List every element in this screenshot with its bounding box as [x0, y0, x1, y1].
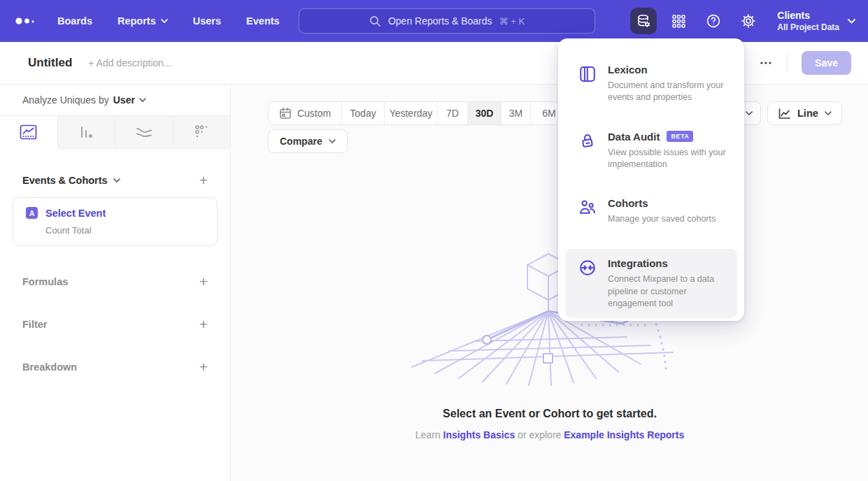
nav-item-events[interactable]: Events [246, 15, 280, 27]
analyze-by-dropdown[interactable]: User [113, 94, 146, 106]
mixpanel-logo-icon[interactable] [14, 14, 38, 28]
menu-item-title: Cohorts [608, 197, 648, 209]
section-label: Events & Cohorts [22, 175, 108, 186]
tab-bar-chart[interactable] [57, 116, 115, 149]
events-cohorts-header[interactable]: Events & Cohorts [22, 175, 120, 186]
formulas-section: Formulas + [0, 274, 230, 289]
menu-item-description: Manage your saved cohorts [608, 213, 716, 225]
tab-flow-chart[interactable] [115, 116, 173, 149]
analyze-row: Analyze Uniques by User [0, 85, 230, 116]
metrics-grid-icon [194, 124, 209, 140]
compare-dropdown-button[interactable]: Compare [268, 129, 348, 153]
search-placeholder: Open Reports & Boards [388, 15, 492, 27]
divider [787, 55, 788, 71]
query-builder-sidebar: Analyze Uniques by User [0, 85, 231, 481]
events-cohorts-section: Events & Cohorts + [0, 173, 230, 187]
menu-item-title: Lexicon [608, 64, 648, 76]
menu-item-description: Document and transform your events and p… [608, 80, 730, 104]
seg-label: 30D [476, 108, 494, 119]
line-chart-icon [778, 108, 791, 120]
data-audit-lock-icon [578, 132, 597, 150]
compare-label: Compare [280, 136, 322, 147]
empty-state-title: Select an Event or Cohort to get started… [232, 408, 868, 420]
help-button[interactable] [700, 8, 727, 34]
nav-item-boards[interactable]: Boards [57, 15, 92, 27]
chevron-down-icon [113, 178, 120, 182]
flow-chart-icon [135, 125, 153, 139]
insights-basics-link[interactable]: Insights Basics [443, 429, 515, 440]
nav-label: Users [193, 15, 221, 27]
date-range-7d[interactable]: 7D [437, 102, 467, 124]
date-range-3m[interactable]: 3M [501, 102, 530, 124]
project-scope: All Project Data [777, 22, 839, 32]
formulas-header: Formulas [22, 276, 68, 287]
subtitle-text: Learn [415, 429, 441, 440]
menu-item-title: Integrations [608, 257, 668, 269]
menu-item-lexicon[interactable]: Lexicon Document and transform your even… [565, 55, 737, 113]
database-gear-icon [636, 13, 652, 29]
menu-item-data-audit[interactable]: Data Audit BETA View possible issues wit… [565, 122, 737, 180]
nav-item-reports[interactable]: Reports [118, 15, 168, 27]
global-search-input[interactable]: Open Reports & Boards ⌘ + K [299, 8, 595, 34]
date-range-today[interactable]: Today [341, 102, 384, 124]
chevron-down-icon [329, 139, 336, 143]
visualization-tabs [0, 116, 230, 149]
help-icon [706, 13, 721, 29]
calendar-icon [279, 107, 292, 120]
menu-item-integrations[interactable]: Integrations Connect Mixpanel to a data … [565, 249, 737, 318]
chart-style-dropdown-button[interactable]: Line [767, 101, 842, 125]
date-range-control: Custom Today Yesterday 7D 30D 3M 6M [268, 101, 568, 125]
menu-item-description: Connect Mixpanel to a data pipeline or c… [608, 273, 730, 310]
add-event-button[interactable]: + [199, 173, 208, 187]
menu-item-cohorts[interactable]: Cohorts Manage your saved cohorts [565, 189, 737, 234]
beta-badge: BETA [667, 131, 693, 142]
project-name: Clients [777, 10, 839, 22]
report-description-placeholder[interactable]: + Add description... [88, 57, 171, 69]
filter-header: Filter [22, 319, 47, 330]
seg-label: 3M [509, 108, 522, 119]
line-chart-icon [20, 124, 37, 140]
search-icon [369, 15, 381, 27]
menu-item-description: View possible issues with your implement… [608, 147, 730, 171]
analyze-value: User [113, 94, 135, 106]
project-selector[interactable]: Clients All Project Data [777, 10, 855, 32]
save-button[interactable]: Save [802, 51, 851, 75]
date-range-30d[interactable]: 30D [467, 102, 501, 124]
report-title[interactable]: Untitled [28, 56, 72, 70]
date-range-yesterday[interactable]: Yesterday [384, 102, 437, 124]
data-management-menu: Lexicon Document and transform your even… [558, 38, 744, 321]
nav-label: Events [246, 15, 280, 27]
example-reports-link[interactable]: Example Insights Reports [564, 429, 684, 440]
search-shortcut: ⌘ + K [499, 16, 525, 27]
date-range-custom[interactable]: Custom [269, 102, 341, 124]
cohorts-people-icon [578, 199, 597, 217]
add-breakdown-button[interactable]: + [199, 359, 208, 374]
data-management-button[interactable] [630, 8, 657, 34]
count-total-label[interactable]: Count Total [45, 225, 206, 236]
nav-label: Boards [57, 15, 92, 27]
chart-style-label: Line [797, 108, 818, 119]
empty-state-subtitle: Learn Insights Basics or explore Example… [232, 429, 868, 440]
chevron-down-icon [746, 111, 753, 115]
select-event-card[interactable]: A Select Event Count Total [13, 197, 218, 246]
top-navigation-bar: Boards Reports Users Events Open Reports… [0, 0, 868, 42]
gear-icon [741, 13, 756, 29]
breakdown-header: Breakdown [22, 361, 77, 373]
seg-label: 6M [542, 108, 555, 119]
topbar-actions: Clients All Project Data [630, 0, 868, 42]
add-filter-button[interactable]: + [199, 317, 208, 331]
chevron-down-icon [139, 98, 146, 102]
apps-grid-button[interactable] [665, 8, 692, 34]
settings-button[interactable] [735, 8, 762, 34]
select-event-label: Select Event [45, 208, 106, 219]
report-canvas: Custom Today Yesterday 7D 30D 3M 6M Comp… [232, 85, 868, 481]
apps-grid-icon [671, 14, 686, 29]
chevron-down-icon [161, 19, 168, 23]
seg-label: 7D [446, 108, 459, 119]
tab-insights-line[interactable] [0, 116, 57, 149]
nav-item-users[interactable]: Users [193, 15, 221, 27]
tab-metrics-grid[interactable] [173, 116, 231, 149]
more-options-icon[interactable] [759, 61, 773, 65]
add-formula-button[interactable]: + [199, 274, 208, 289]
nav-label: Reports [118, 15, 156, 27]
